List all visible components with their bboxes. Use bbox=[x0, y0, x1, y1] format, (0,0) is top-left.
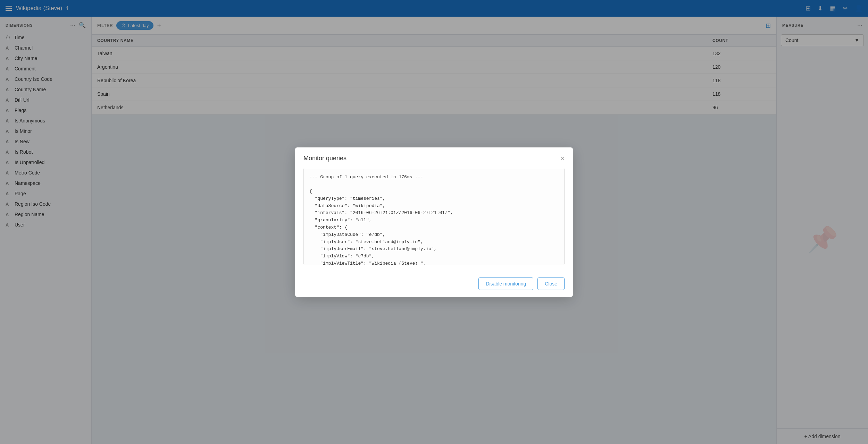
query-line: "implyUserEmail": "steve.hetland@imply.i… bbox=[309, 246, 559, 253]
modal-footer: Disable monitoring Close bbox=[295, 272, 573, 297]
query-line bbox=[309, 181, 559, 188]
modal-body: --- Group of 1 query executed in 176ms -… bbox=[295, 168, 573, 272]
query-line: "granularity": "all", bbox=[309, 217, 559, 224]
disable-monitoring-button[interactable]: Disable monitoring bbox=[478, 278, 533, 290]
modal-close-button[interactable]: × bbox=[560, 154, 565, 162]
query-line: --- Group of 1 query executed in 176ms -… bbox=[309, 174, 559, 181]
query-line: "implyUser": "steve.hetland@imply.io", bbox=[309, 239, 559, 246]
modal-title: Monitor queries bbox=[303, 155, 347, 162]
query-line: { bbox=[309, 188, 559, 195]
query-line: "implyViewTitle": "Wikipedia (Steve) ", bbox=[309, 260, 559, 265]
query-line: "queryType": "timeseries", bbox=[309, 195, 559, 203]
modal-overlay[interactable]: Monitor queries × --- Group of 1 query e… bbox=[0, 0, 868, 444]
query-line: "dataSource": "wikipedia", bbox=[309, 203, 559, 210]
query-line: "implyDataCube": "e7db", bbox=[309, 231, 559, 239]
modal-header: Monitor queries × bbox=[295, 147, 573, 168]
monitor-queries-modal: Monitor queries × --- Group of 1 query e… bbox=[295, 147, 573, 297]
query-line: "implyView": "e7db", bbox=[309, 253, 559, 260]
query-line: "intervals": "2016-06-26T21:01Z/2016-06-… bbox=[309, 210, 559, 217]
query-line: "context": { bbox=[309, 224, 559, 231]
query-box[interactable]: --- Group of 1 query executed in 176ms -… bbox=[303, 168, 565, 265]
close-button[interactable]: Close bbox=[537, 278, 565, 290]
